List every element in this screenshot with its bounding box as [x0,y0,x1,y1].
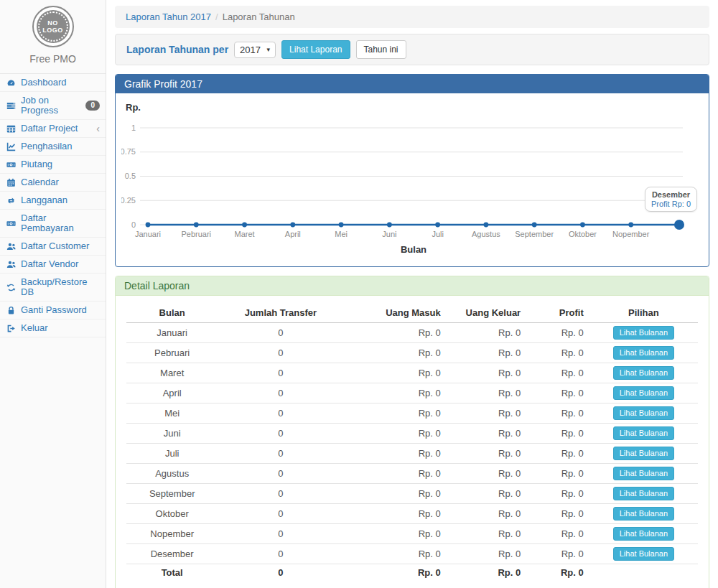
lihat-bulanan-button-oktober[interactable]: Lihat Bulanan [613,507,674,521]
column-header-bulan: Bulan [126,303,218,323]
lihat-bulanan-button-pebruari[interactable]: Lihat Bulanan [613,346,674,360]
svg-text:Agustus: Agustus [472,230,500,238]
sidebar-item-daftar-project[interactable]: Daftar Project‹ [0,120,106,138]
cell-profit: Rp. 0 [526,444,589,464]
cell-pilihan: Lihat Bulanan [589,444,698,464]
table-row-desember: Desember0Rp. 0Rp. 0Rp. 0Lihat Bulanan [126,544,698,564]
cell-bulan: Agustus [126,464,218,484]
svg-text:Rp.: Rp. [126,102,141,113]
detail-table-body: BulanJumlah TransferUang MasukUang Kelua… [116,296,709,588]
chart-point-nopember[interactable] [628,223,633,228]
lihat-bulanan-button-september[interactable]: Lihat Bulanan [613,487,674,500]
chart-point-agustus[interactable] [484,223,489,228]
sidebar-item-daftar-vendor[interactable]: Daftar Vendor [0,256,106,274]
cell-profit: Rp. 0 [526,343,589,363]
cell-pilihan: Lihat Bulanan [589,544,698,564]
breadcrumb-link-laporan-tahun[interactable]: Laporan Tahun 2017 [126,11,211,22]
sidebar-item-label: Piutang [21,159,52,169]
total-row: Total0Rp. 0Rp. 0Rp. 0 [126,564,698,582]
column-header-uang-keluar: Uang Keluar [447,303,526,323]
report-filter-panel: Laporan Tahunan per 2017 ▾ Lihat Laporan… [115,34,709,65]
svg-text:0: 0 [131,220,136,229]
sidebar-item-piutang[interactable]: Piutang [0,156,106,174]
lihat-bulanan-button-januari[interactable]: Lihat Bulanan [613,326,674,340]
sidebar-item-job-on-progress[interactable]: Job on Progress0 [0,92,106,120]
cell-profit: Rp. 0 [526,424,589,444]
chart-point-juli[interactable] [435,223,440,228]
detail-table: BulanJumlah TransferUang MasukUang Kelua… [126,303,698,581]
sidebar-item-label: Calendar [21,177,59,187]
year-select[interactable]: 2017 ▾ [234,42,276,58]
sidebar-item-penghasilan[interactable]: Penghasilan [0,138,106,156]
lihat-bulanan-button-nopember[interactable]: Lihat Bulanan [613,527,674,541]
chart-point-mei[interactable] [339,223,344,228]
page: NO LOGO Free PMO DashboardJob on Progres… [0,0,718,588]
table-row-maret: Maret0Rp. 0Rp. 0Rp. 0Lihat Bulanan [126,363,698,383]
svg-text:Juni: Juni [382,230,396,238]
cell-uang_keluar: Rp. 0 [447,464,526,484]
tooltip-month: Desember [651,190,691,199]
chart-point-oktober[interactable] [580,223,585,228]
chart-point-januari[interactable] [146,223,151,228]
cell-uang_keluar: Rp. 0 [447,383,526,403]
calendar-icon [6,178,17,187]
sidebar-menu: DashboardJob on Progress0Daftar Project‹… [0,73,106,337]
lihat-bulanan-button-maret[interactable]: Lihat Bulanan [613,366,674,380]
chart-body: Rp.10.750.50.250JanuariPebruariMaretApri… [116,93,709,266]
cell-bulan: Desember [126,544,218,564]
table-row-pebruari: Pebruari0Rp. 0Rp. 0Rp. 0Lihat Bulanan [126,343,698,363]
lihat-laporan-button[interactable]: Lihat Laporan [281,40,350,59]
cell-uang_keluar: Rp. 0 [447,444,526,464]
chart-point-juni[interactable] [387,223,392,228]
table-row-juli: Juli0Rp. 0Rp. 0Rp. 0Lihat Bulanan [126,444,698,464]
lihat-bulanan-button-april[interactable]: Lihat Bulanan [613,386,674,400]
cell-bulan: Nopember [126,524,218,544]
cell-uang_masuk: Rp. 0 [343,464,446,484]
sidebar-item-daftar-pembayaran[interactable]: Daftar Pembayaran [0,210,106,238]
sidebar-item-dashboard[interactable]: Dashboard [0,74,106,92]
svg-text:Mei: Mei [335,230,348,238]
cell-uang_masuk: Rp. 0 [343,363,446,383]
cell-profit: Rp. 0 [526,383,589,403]
cell-pilihan: Lihat Bulanan [589,504,698,524]
cell-jumlah_transfer: 0 [218,343,343,363]
svg-text:Pebruari: Pebruari [181,230,211,238]
table-row-agustus: Agustus0Rp. 0Rp. 0Rp. 0Lihat Bulanan [126,464,698,484]
chart-point-desember[interactable] [674,220,684,230]
cell-pilihan [589,564,698,582]
lihat-bulanan-button-juni[interactable]: Lihat Bulanan [613,426,674,440]
cell-profit: Rp. 0 [526,544,589,564]
cell-pilihan: Lihat Bulanan [589,424,698,444]
cell-jumlah_transfer: 0 [218,484,343,504]
sidebar-item-label: Job on Progress [21,95,81,116]
cell-uang_keluar: Rp. 0 [447,363,526,383]
chart-point-maret[interactable] [242,223,247,228]
lihat-bulanan-button-mei[interactable]: Lihat Bulanan [613,406,674,420]
sidebar: NO LOGO Free PMO DashboardJob on Progres… [0,0,106,588]
lihat-bulanan-button-juli[interactable]: Lihat Bulanan [613,447,674,460]
sidebar-item-daftar-customer[interactable]: Daftar Customer [0,238,106,256]
logo: NO LOGO [32,6,74,47]
svg-text:0.25: 0.25 [121,196,136,205]
tahun-ini-button[interactable]: Tahun ini [356,40,406,59]
cell-bulan: Pebruari [126,343,218,363]
sidebar-item-label: Daftar Vendor [21,259,78,269]
table-icon [6,124,17,134]
sidebar-item-backup-restore-db[interactable]: Backup/Restore DB [0,274,106,302]
sidebar-item-ganti-password[interactable]: Ganti Password [0,302,106,319]
chart-point-pebruari[interactable] [194,223,199,228]
cell-uang_keluar: Rp. 0 [447,564,526,582]
cell-jumlah_transfer: 0 [218,424,343,444]
sidebar-item-langganan[interactable]: Langganan [0,192,106,210]
profit-line-chart: Rp.10.750.50.250JanuariPebruariMaretApri… [121,99,703,261]
svg-text:September: September [515,230,554,238]
chart-point-september[interactable] [532,223,537,228]
sidebar-item-keluar[interactable]: Keluar [0,319,106,337]
sidebar-item-calendar[interactable]: Calendar [0,174,106,192]
sidebar-item-label: Dashboard [21,78,67,88]
svg-text:Nopember: Nopember [612,230,650,238]
lihat-bulanan-button-desember[interactable]: Lihat Bulanan [613,547,674,561]
lihat-bulanan-button-agustus[interactable]: Lihat Bulanan [613,467,674,480]
dashboard-icon [6,78,17,88]
chart-point-april[interactable] [290,223,295,228]
